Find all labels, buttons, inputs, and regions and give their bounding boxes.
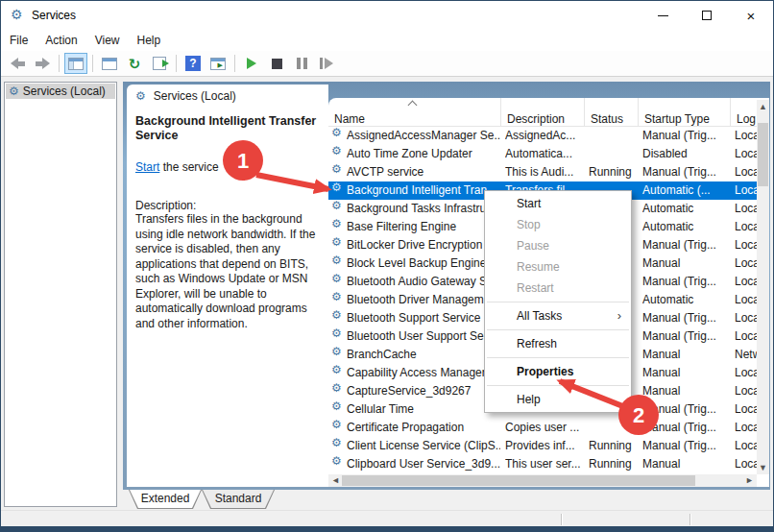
tab-standard[interactable]: Standard	[202, 490, 275, 509]
toolbar: ↻ ? ▶	[1, 51, 773, 77]
pause-service-button[interactable]	[290, 53, 313, 74]
service-row[interactable]: ⚙Auto Time Zone UpdaterAutomatica...Disa…	[328, 145, 769, 163]
service-name: AVCTP service	[347, 163, 500, 181]
back-icon	[11, 58, 25, 69]
tab-extended[interactable]: Extended	[129, 490, 202, 509]
toolbar-separator	[92, 55, 93, 72]
scroll-down-icon[interactable]: ▼	[757, 463, 769, 472]
service-status	[589, 127, 639, 145]
service-name: Clipboard User Service_3d9...	[347, 455, 500, 473]
service-gear-icon: ⚙	[331, 327, 346, 346]
menu-view[interactable]: View	[86, 31, 129, 50]
services-gear-icon: ⚙	[9, 85, 19, 97]
console-tree-icon	[68, 58, 84, 70]
service-gear-icon: ⚙	[331, 163, 346, 181]
service-name: Bluetooth User Support Ser...	[347, 327, 500, 346]
context-menu-item-all-tasks[interactable]: All Tasks›	[485, 305, 631, 326]
service-name: Capability Access Manager ...	[347, 364, 500, 382]
service-row[interactable]: ⚙Client License Service (ClipS...Provide…	[328, 437, 769, 455]
column-header-name[interactable]: Name	[328, 98, 501, 127]
properties-button[interactable]	[98, 53, 121, 74]
service-name: Cellular Time	[347, 400, 500, 419]
service-row[interactable]: ⚙AVCTP serviceThis is Audi...RunningManu…	[328, 163, 769, 181]
service-name: Base Filtering Engine	[347, 218, 500, 236]
forward-button[interactable]	[31, 53, 54, 74]
close-button[interactable]: ×	[729, 1, 773, 30]
stop-service-button[interactable]	[265, 53, 288, 74]
extended-view-button[interactable]: ▶	[206, 53, 230, 74]
service-gear-icon: ⚙	[331, 218, 346, 236]
service-row[interactable]: ⚙AssignedAccessManager Se...AssignedAc..…	[328, 127, 769, 145]
service-status: Running	[589, 437, 639, 455]
service-log-on-as: Loca	[735, 163, 757, 181]
service-name: Client License Service (ClipS...	[347, 437, 500, 455]
context-menu-item-refresh[interactable]: Refresh	[485, 333, 631, 354]
service-startup-type: Disabled	[642, 145, 731, 163]
service-name: Block Level Backup Engine ...	[347, 254, 500, 273]
tree-item-label: Services (Local)	[23, 85, 106, 98]
menu-help[interactable]: Help	[129, 31, 170, 50]
service-gear-icon: ⚙	[331, 181, 346, 200]
restart-service-icon	[320, 58, 333, 69]
restart-service-button[interactable]	[315, 53, 338, 74]
menu-bar: File Action View Help	[1, 30, 773, 51]
column-header-status[interactable]: Status	[585, 98, 639, 127]
scroll-right-icon[interactable]: ►	[745, 474, 754, 487]
service-log-on-as: Loca	[735, 364, 757, 382]
export-list-button[interactable]	[148, 53, 171, 74]
context-menu: StartStopPauseResumeRestartAll Tasks›Ref…	[484, 190, 632, 413]
show-console-tree-button[interactable]	[64, 53, 87, 74]
service-gear-icon: ⚙	[331, 200, 346, 218]
scroll-up-icon[interactable]: ▲	[757, 102, 769, 111]
service-startup-type: Manual (Trig...	[642, 419, 731, 437]
menu-file[interactable]: File	[1, 31, 36, 50]
start-service-icon	[247, 58, 256, 69]
context-menu-item-help[interactable]: Help	[485, 389, 631, 410]
horizontal-scroll-thumb[interactable]	[342, 475, 695, 486]
statusbar-divider	[689, 514, 690, 525]
service-log-on-as: Loca	[735, 291, 757, 309]
service-gear-icon: ⚙	[331, 145, 346, 163]
refresh-button[interactable]: ↻	[123, 53, 146, 74]
service-log-on-as: Loca	[735, 419, 757, 437]
service-gear-icon: ⚙	[331, 346, 346, 364]
toolbar-separator	[234, 55, 235, 72]
menu-action[interactable]: Action	[36, 31, 85, 50]
start-service-button[interactable]	[240, 53, 263, 74]
vertical-scroll-thumb[interactable]	[758, 123, 768, 186]
service-row[interactable]: ⚙Certificate PropagationCopies user ...M…	[328, 419, 769, 437]
context-menu-separator	[487, 329, 629, 330]
service-description: Provides inf...	[505, 437, 584, 455]
service-status: Running	[589, 163, 639, 181]
service-startup-type: Manual (Trig...	[642, 327, 731, 346]
context-menu-separator	[487, 302, 629, 302]
tree-item-services-local[interactable]: ⚙ Services (Local)	[6, 84, 115, 99]
view-tabs: Extended Standard	[123, 490, 770, 510]
column-header-startup-type[interactable]: Startup Type	[639, 98, 731, 127]
maximize-button[interactable]	[685, 1, 729, 30]
help-button[interactable]: ?	[181, 53, 205, 74]
horizontal-scrollbar[interactable]: ◄ ►	[328, 474, 757, 487]
extended-description-panel: ⚙ Services (Local) Background Intelligen…	[127, 85, 328, 487]
context-menu-item-start[interactable]: Start	[485, 193, 631, 214]
service-row[interactable]: ⚙Clipboard User Service_3d9...This user …	[328, 455, 769, 473]
minimize-button[interactable]	[641, 1, 685, 30]
service-name: Auto Time Zone Updater	[347, 145, 500, 163]
start-service-link[interactable]: Start	[135, 160, 159, 174]
back-button[interactable]	[6, 53, 29, 74]
service-log-on-as: Loca	[735, 127, 757, 145]
tab-standard-label: Standard	[215, 492, 262, 505]
service-startup-type: Manual	[642, 364, 731, 382]
column-header-log[interactable]: Log	[731, 98, 757, 127]
scroll-left-icon[interactable]: ◄	[331, 474, 340, 487]
pane-header: ⚙ Services (Local)	[127, 85, 328, 107]
context-menu-item-properties[interactable]: Properties	[485, 361, 631, 382]
service-gear-icon: ⚙	[331, 309, 346, 327]
start-service-suffix: the service	[159, 160, 218, 174]
service-startup-type: Manual (Trig...	[642, 163, 731, 181]
minimize-icon	[658, 15, 668, 16]
column-header-description[interactable]: Description	[501, 98, 585, 127]
vertical-scrollbar[interactable]: ▲ ▼	[757, 100, 769, 474]
service-gear-icon: ⚙	[331, 455, 346, 473]
service-log-on-as: Loca	[735, 400, 757, 419]
